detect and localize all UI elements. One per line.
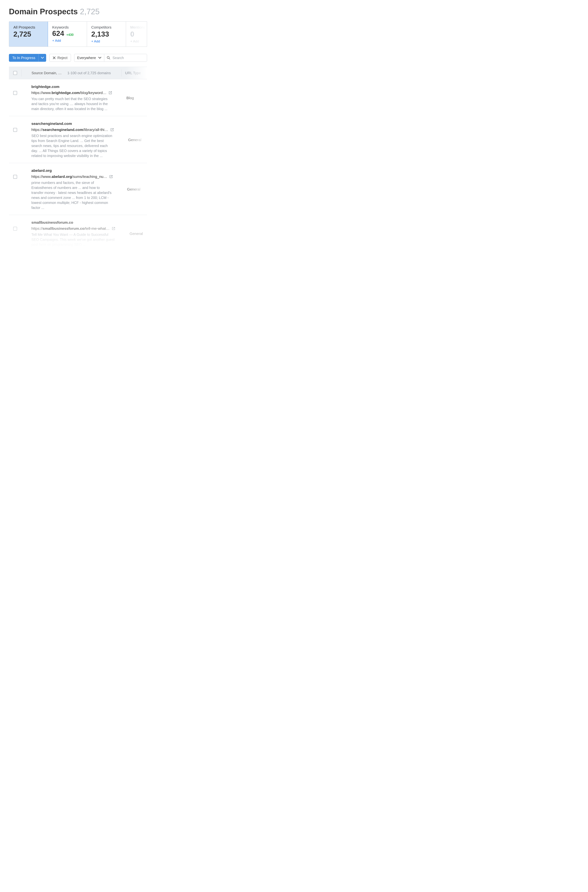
add-keywords-link[interactable]: + Add <box>52 39 61 43</box>
stat-mentions[interactable]: Mentions 0 + Add <box>126 22 147 47</box>
row-url[interactable]: https://searchengineland.com/library/all… <box>32 128 108 132</box>
col-url-type[interactable]: URL Type <box>122 71 147 75</box>
to-in-progress-button[interactable]: To In Progress <box>9 54 39 62</box>
external-link-icon[interactable] <box>112 227 116 230</box>
stat-label: Keywords <box>52 25 82 29</box>
search-field-wrap <box>104 54 147 62</box>
row-domain: abelard.org <box>32 168 113 173</box>
col-range-info: 1-100 out of 2,725 domains <box>68 71 111 75</box>
page-title: Domain Prospects 2,725 <box>9 7 147 16</box>
row-domain: brightedge.com <box>32 84 112 89</box>
row-snippet: prime numbers and factors, the sieve of … <box>32 180 113 210</box>
row-snippet: Tell Me What You Want — A Guide to Succe… <box>32 232 116 247</box>
reject-label: Reject <box>57 56 68 60</box>
close-icon <box>53 56 56 59</box>
stat-value: 2,133 <box>91 30 122 38</box>
add-competitors-link[interactable]: + Add <box>91 39 100 44</box>
external-link-icon[interactable] <box>110 128 114 131</box>
stat-label: Mentions <box>130 25 147 29</box>
chevron-down-icon <box>98 57 101 59</box>
row-url-type: General <box>115 168 147 210</box>
row-url-type: General <box>117 220 147 247</box>
table-row: searchengineland.com https://searchengin… <box>9 116 147 163</box>
stat-value: 0 <box>130 30 147 38</box>
stat-delta: +430 <box>66 33 74 36</box>
row-url-type: Blog <box>114 84 147 111</box>
scope-label: Everywhere <box>77 56 96 60</box>
page-title-count: 2,725 <box>80 7 100 16</box>
table-header: Source Domain, … 1-100 out of 2,725 doma… <box>9 67 147 79</box>
row-checkbox[interactable] <box>13 91 17 95</box>
reject-button[interactable]: Reject <box>50 54 71 62</box>
stat-label: All Prospects <box>14 25 44 29</box>
external-link-icon[interactable] <box>108 91 112 95</box>
table-row: smallbusinessforum.co https://smallbusin… <box>9 215 147 252</box>
table-row: brightedge.com https://www.brightedge.co… <box>9 79 147 116</box>
stat-value: 2,725 <box>14 30 44 38</box>
stat-competitors[interactable]: Competitors 2,133 + Add <box>87 22 126 47</box>
to-in-progress-split-button: To In Progress <box>9 54 46 62</box>
external-link-icon[interactable] <box>109 175 113 178</box>
stat-keywords[interactable]: Keywords 624 +430 + Add <box>48 22 87 47</box>
row-checkbox[interactable] <box>13 175 17 179</box>
stats-row: All Prospects 2,725 Keywords 624 +430 + … <box>9 21 147 47</box>
stat-all-prospects[interactable]: All Prospects 2,725 <box>9 21 48 47</box>
search-input[interactable] <box>112 56 134 60</box>
toolbar: To In Progress Reject Everywhere <box>9 54 147 62</box>
row-domain: searchengineland.com <box>32 122 114 126</box>
page-title-text: Domain Prospects <box>9 7 78 16</box>
select-all-checkbox[interactable] <box>13 71 17 75</box>
row-url-type: General <box>116 122 147 158</box>
row-url[interactable]: https://smallbusinessforum.co/tell-me-wh… <box>32 226 110 231</box>
row-checkbox[interactable] <box>13 227 17 231</box>
row-snippet: You can pretty much bet that the SEO str… <box>32 96 112 111</box>
search-icon <box>107 56 110 60</box>
scope-dropdown[interactable]: Everywhere <box>74 54 104 62</box>
row-snippet: SEO best practices and search engine opt… <box>32 133 114 158</box>
row-checkbox[interactable] <box>13 128 17 132</box>
stat-label: Competitors <box>91 25 122 29</box>
row-url[interactable]: https://www.abelard.org/sums/teaching_nu… <box>32 174 107 179</box>
row-url[interactable]: https://www.brightedge.com/blog/keyword… <box>32 91 106 95</box>
svg-point-0 <box>107 56 109 59</box>
stat-value: 624 <box>52 29 64 37</box>
to-in-progress-dropdown[interactable] <box>39 54 46 62</box>
add-mentions-link[interactable]: + Add <box>130 39 139 44</box>
chevron-down-icon <box>41 57 44 59</box>
table-row: abelard.org https://www.abelard.org/sums… <box>9 163 147 215</box>
row-domain: smallbusinessforum.co <box>32 220 116 225</box>
col-source-domain[interactable]: Source Domain, … <box>32 71 62 75</box>
